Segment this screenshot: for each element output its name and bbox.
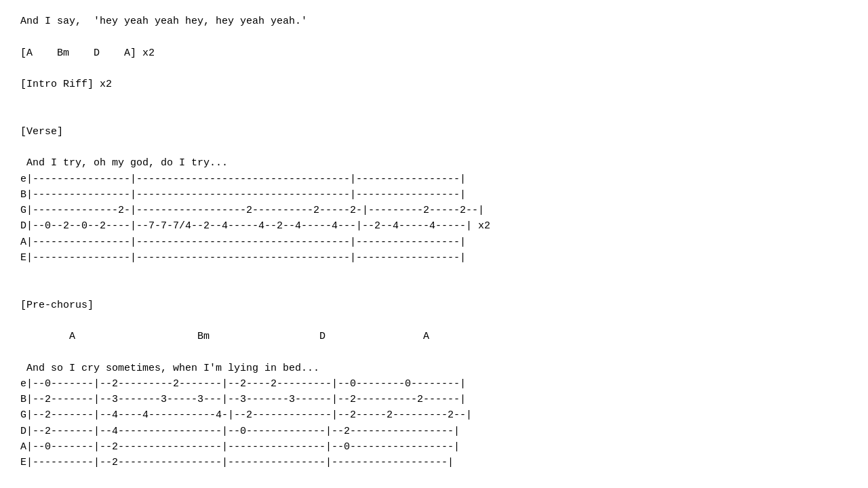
guitar-tab-text: And I say, 'hey yeah yeah hey, hey yeah … <box>20 14 848 488</box>
tab-content: And I say, 'hey yeah yeah hey, hey yeah … <box>20 14 848 488</box>
